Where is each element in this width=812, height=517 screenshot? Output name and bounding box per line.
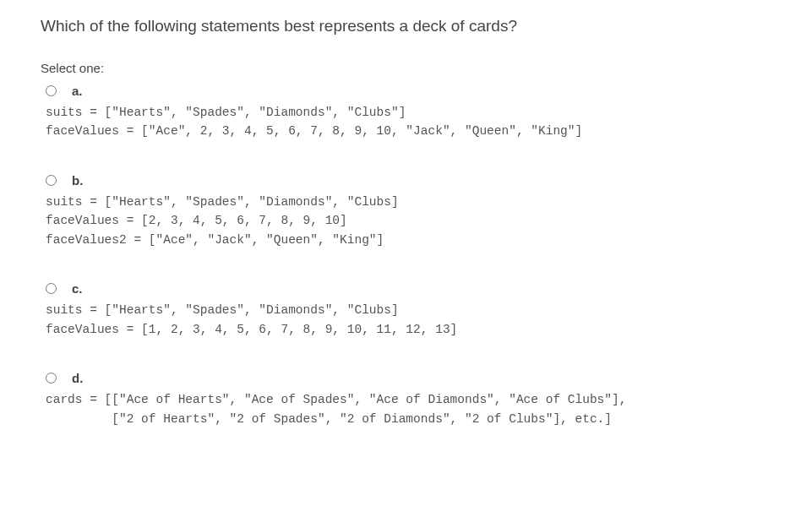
option-b-label: b. xyxy=(72,173,83,188)
option-d-label: d. xyxy=(72,371,83,385)
option-a-label: a. xyxy=(72,84,83,98)
select-prompt: Select one: xyxy=(41,61,771,75)
option-c-header[interactable]: c. xyxy=(41,281,771,296)
option-b: b. suits = ["Hearts", "Spades", "Diamond… xyxy=(41,173,771,249)
radio-a[interactable] xyxy=(46,85,57,96)
option-a-code: suits = ["Hearts", "Spades", "Diamonds",… xyxy=(46,103,771,141)
option-b-code: suits = ["Hearts", "Spades", "Diamonds",… xyxy=(46,193,771,249)
option-c-label: c. xyxy=(72,281,83,296)
radio-d[interactable] xyxy=(46,373,57,384)
option-d-header[interactable]: d. xyxy=(41,371,771,385)
radio-c[interactable] xyxy=(46,283,57,294)
question-text: Which of the following statements best r… xyxy=(41,17,771,35)
radio-b[interactable] xyxy=(46,175,57,186)
option-d-code: cards = [["Ace of Hearts", "Ace of Spade… xyxy=(46,390,771,428)
option-c-code: suits = ["Hearts", "Spades", "Diamonds",… xyxy=(46,301,771,339)
option-a: a. suits = ["Hearts", "Spades", "Diamond… xyxy=(41,84,771,141)
option-b-header[interactable]: b. xyxy=(41,173,771,188)
option-a-header[interactable]: a. xyxy=(41,84,771,98)
option-d: d. cards = [["Ace of Hearts", "Ace of Sp… xyxy=(41,371,771,428)
option-c: c. suits = ["Hearts", "Spades", "Diamond… xyxy=(41,281,771,339)
